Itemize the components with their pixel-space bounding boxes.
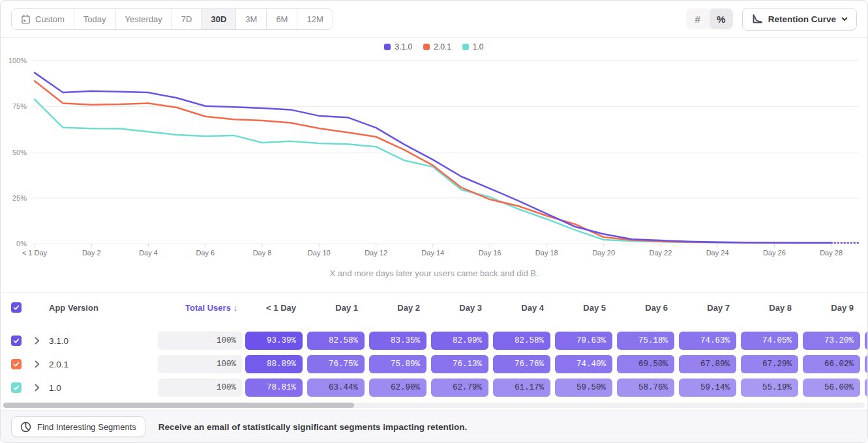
day-column-header[interactable]: Day 8: [741, 303, 792, 313]
select-all-checkbox[interactable]: [11, 302, 22, 313]
svg-text:Day 8: Day 8: [253, 249, 272, 257]
day-column-header[interactable]: < 1 Day: [245, 303, 296, 313]
date-range-today[interactable]: Today: [74, 9, 116, 29]
date-range-30d[interactable]: 30D: [202, 9, 236, 29]
retention-cell: 76.76%: [493, 355, 550, 373]
retention-cell: 63.00%: [865, 355, 867, 373]
expand-chevron-icon[interactable]: [35, 384, 40, 392]
day-column-header[interactable]: Day 7: [679, 303, 730, 313]
chart-type-label: Retention Curve: [768, 14, 836, 24]
retention-cell: 56.00%: [803, 379, 860, 397]
retention-cell: 82.58%: [307, 332, 365, 350]
svg-text:0%: 0%: [16, 240, 27, 248]
retention-cell: 76.13%: [431, 355, 488, 373]
svg-text:Day 14: Day 14: [421, 249, 444, 257]
retention-cell: 79.63%: [555, 332, 612, 350]
value-format-toggle: #%: [686, 8, 733, 29]
svg-text:25%: 25%: [12, 194, 27, 202]
table-body: 3.1.0100%93.39%82.58%83.35%82.99%82.58%7…: [1, 329, 867, 399]
row-checkbox[interactable]: [11, 382, 22, 393]
retention-cell: 76.75%: [307, 355, 365, 373]
chevron-down-icon: [841, 17, 848, 21]
retention-cell: 61.17%: [493, 379, 550, 397]
app-version-value: 1.0: [49, 383, 61, 393]
footer-message: Receive an email of statistically signif…: [158, 422, 467, 432]
date-range-6m[interactable]: 6M: [267, 9, 297, 29]
retention-cell: 74.40%: [555, 355, 612, 373]
date-range-label: 6M: [276, 14, 288, 24]
retention-cell: 93.39%: [245, 332, 303, 350]
total-users-cell: 100%: [158, 379, 243, 397]
svg-text:Day 24: Day 24: [706, 249, 729, 257]
date-range-yesterday[interactable]: Yesterday: [116, 9, 172, 29]
day-column-header[interactable]: Day 5: [555, 303, 606, 313]
app-version-value: 3.1.0: [49, 336, 68, 346]
retention-cell: 82.58%: [493, 332, 550, 350]
day-column-header[interactable]: Day 3: [431, 303, 482, 313]
retention-cell: 75.18%: [617, 332, 674, 350]
day-column-header[interactable]: Day 4: [493, 303, 544, 313]
expand-chevron-icon[interactable]: [35, 337, 40, 345]
date-range-group: CustomTodayYesterday7D30D3M6M12M: [11, 8, 333, 30]
scrollbar-thumb[interactable]: [3, 403, 354, 408]
table-row-3.1.0: 3.1.0100%93.39%82.58%83.35%82.99%82.58%7…: [1, 329, 867, 352]
retention-cell: 54.80%: [865, 379, 867, 397]
table-row-1.0: 1.0100%78.81%63.44%62.90%62.79%61.17%59.…: [1, 376, 867, 399]
calendar-icon: [21, 14, 31, 24]
app-version-header: App Version: [49, 303, 98, 313]
retention-line-chart: 100%75%50%25%0%< 1 DayDay 2Day 4Day 6Day…: [1, 38, 867, 263]
toolbar: CustomTodayYesterday7D30D3M6M12M #% Rete…: [1, 1, 867, 38]
retention-cell: 73.20%: [803, 332, 860, 350]
retention-cell: 58.76%: [617, 379, 674, 397]
day-column-header[interactable]: Day 2: [369, 303, 420, 313]
date-range-3m[interactable]: 3M: [236, 9, 267, 29]
date-range-7d[interactable]: 7D: [172, 9, 202, 29]
day-column-header[interactable]: Day 6: [617, 303, 668, 313]
svg-text:Day 16: Day 16: [479, 249, 501, 257]
svg-text:Day 2: Day 2: [82, 249, 101, 257]
segments-icon: [20, 422, 31, 433]
svg-text:Day 22: Day 22: [649, 249, 672, 257]
retention-cell: 59.14%: [679, 379, 736, 397]
day-column-header[interactable]: Day 1: [307, 303, 358, 313]
retention-cell: 62.79%: [431, 379, 488, 397]
svg-text:Day 26: Day 26: [763, 249, 786, 257]
date-range-label: Custom: [35, 14, 65, 24]
sort-descending-icon: ↓: [233, 303, 238, 313]
svg-text:Day 12: Day 12: [365, 249, 387, 257]
retention-cell: 69.80%: [865, 332, 867, 350]
svg-text:75%: 75%: [12, 102, 27, 110]
svg-text:50%: 50%: [12, 149, 27, 156]
date-range-label: 30D: [211, 14, 226, 24]
horizontal-scrollbar: [1, 399, 867, 410]
table-row-2.0.1: 2.0.1100%88.89%76.75%75.89%76.13%76.76%7…: [1, 352, 867, 376]
segments-button-label: Find Interesting Segments: [37, 422, 136, 432]
date-range-12m[interactable]: 12M: [297, 9, 332, 29]
retention-cell: 88.89%: [245, 355, 303, 373]
format-absolute-button[interactable]: #: [686, 8, 710, 29]
svg-text:Day 28: Day 28: [820, 249, 843, 257]
retention-cell: 83.35%: [369, 332, 427, 350]
row-checkbox[interactable]: [11, 359, 22, 369]
retention-report: CustomTodayYesterday7D30D3M6M12M #% Rete…: [0, 0, 868, 443]
format-percentage-button[interactable]: %: [710, 8, 733, 29]
total-users-cell: 100%: [158, 355, 243, 373]
retention-cell: 55.19%: [741, 379, 798, 397]
table-header-row: App Version Total Users ↓ < 1 DayDay 1Da…: [1, 293, 867, 322]
retention-cell: 82.99%: [431, 332, 488, 350]
retention-cell: 62.90%: [369, 379, 427, 397]
date-range-custom[interactable]: Custom: [12, 9, 74, 29]
svg-text:Day 4: Day 4: [139, 249, 158, 257]
total-users-cell: 100%: [158, 332, 243, 350]
retention-cell: 75.89%: [369, 355, 427, 373]
retention-curve-icon: [751, 13, 763, 25]
chart-type-selector[interactable]: Retention Curve: [742, 8, 857, 31]
retention-cell: 59.50%: [555, 379, 612, 397]
svg-text:Day 10: Day 10: [308, 249, 331, 257]
day-column-header[interactable]: Day 9: [803, 303, 854, 313]
expand-chevron-icon[interactable]: [35, 360, 40, 368]
svg-text:Day 6: Day 6: [196, 249, 215, 257]
total-users-header[interactable]: Total Users ↓: [158, 303, 237, 313]
find-interesting-segments-button[interactable]: Find Interesting Segments: [11, 416, 145, 437]
row-checkbox[interactable]: [11, 336, 22, 346]
